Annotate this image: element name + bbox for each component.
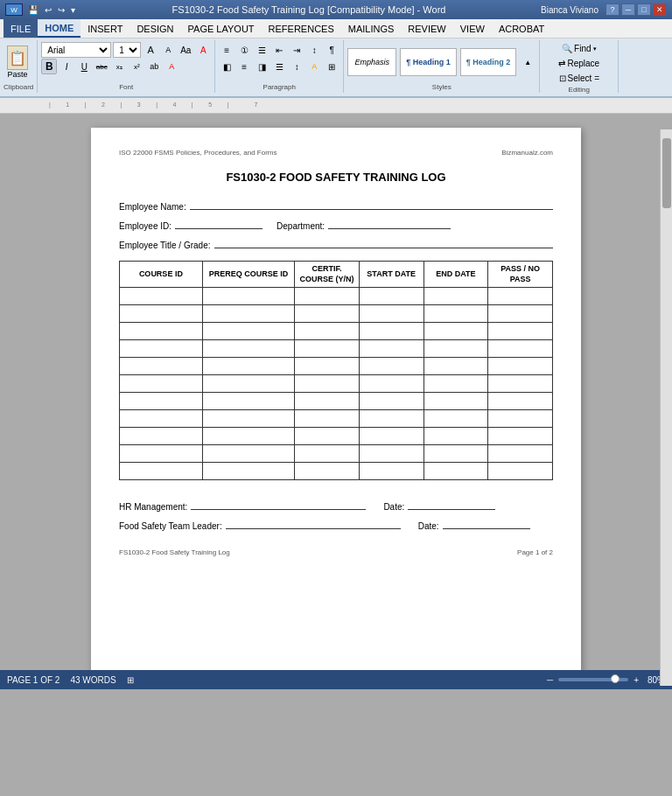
training-table: COURSE ID PREREQ COURSE ID CERTIF. COURS… (119, 261, 553, 480)
font-row1: Arial 12 A A Aa A (41, 42, 211, 58)
window-icon: W (5, 3, 23, 16)
subscript-button[interactable]: x₂ (111, 59, 127, 74)
table-cell (488, 410, 553, 428)
menu-view[interactable]: VIEW (453, 19, 492, 38)
hr-label: HR Management: (119, 502, 187, 512)
grow-font-button[interactable]: A (143, 42, 158, 58)
numbering-button[interactable]: ① (236, 42, 252, 58)
change-case-button[interactable]: Aa (178, 42, 193, 58)
align-center-button[interactable]: ≡ (236, 59, 252, 74)
underline-button[interactable]: U (76, 59, 92, 74)
table-cell (120, 410, 203, 428)
scrollbar-thumb[interactable] (662, 138, 671, 208)
table-row (120, 428, 553, 445)
zoom-minus[interactable]: ─ (547, 675, 553, 685)
minimize-button[interactable]: ─ (621, 3, 635, 16)
font-name-select[interactable]: Arial (41, 42, 111, 58)
clear-format-button[interactable]: A (195, 42, 211, 58)
help-button[interactable]: ? (606, 3, 620, 16)
multilevel-button[interactable]: ☰ (254, 42, 270, 58)
table-cell (202, 340, 294, 358)
table-cell (202, 463, 294, 480)
zoom-slider[interactable] (558, 678, 628, 681)
align-right-button[interactable]: ◨ (254, 59, 270, 74)
menu-review[interactable]: REVIEW (401, 19, 452, 38)
menu-acrobat[interactable]: ACROBAT (492, 19, 551, 38)
styles-scroll-up[interactable]: ▲ (520, 54, 536, 70)
table-cell (120, 463, 203, 480)
font-color-button[interactable]: A (164, 59, 179, 74)
department-line (328, 217, 451, 229)
bullets-button[interactable]: ≡ (219, 42, 234, 58)
replace-button[interactable]: ⇄ Replace (555, 57, 603, 70)
select-button[interactable]: ⊡ Select = (556, 72, 603, 85)
employee-name-label: Employee Name: (119, 202, 186, 212)
zoom-thumb[interactable] (611, 674, 620, 683)
find-label: Find (574, 44, 591, 53)
table-cell (202, 428, 294, 445)
save-button[interactable]: 💾 (26, 5, 40, 15)
replace-label: Replace (567, 59, 599, 68)
menu-references[interactable]: REFERENCES (262, 19, 341, 38)
line-spacing-button[interactable]: ↕ (289, 59, 304, 74)
editing-label: Editing (543, 85, 614, 94)
menu-design[interactable]: DESIGN (130, 19, 180, 38)
table-cell (359, 305, 424, 323)
align-left-button[interactable]: ◧ (219, 59, 234, 74)
style-emphasis[interactable]: Emphasis (347, 48, 396, 76)
word-count: 43 WORDS (70, 675, 116, 685)
find-button[interactable]: 🔍 Find ▾ (558, 42, 599, 55)
show-para-button[interactable]: ¶ (324, 42, 340, 58)
table-cell (202, 410, 294, 428)
menu-insert[interactable]: INSERT (80, 19, 130, 38)
hr-signature-line: HR Management: Date: (119, 498, 553, 512)
employee-id-row: Employee ID: Department: (119, 217, 553, 231)
close-button[interactable]: ✕ (653, 3, 667, 16)
table-row (120, 358, 553, 375)
table-cell (359, 410, 424, 428)
employee-title-field: Employee Title / Grade: (119, 236, 553, 250)
scrollbar[interactable] (660, 129, 672, 670)
table-row (120, 445, 553, 463)
strikethrough-button[interactable]: abc (94, 59, 109, 74)
bold-button[interactable]: B (41, 59, 57, 74)
paragraph-label: Paragraph (219, 82, 340, 91)
decrease-indent-button[interactable]: ⇤ (271, 42, 287, 58)
maximize-button[interactable]: □ (637, 3, 651, 16)
qat-more-button[interactable]: ▾ (69, 5, 77, 15)
menu-file[interactable]: FILE (4, 19, 38, 38)
undo-button[interactable]: ↩ (43, 5, 53, 15)
col-header-end: END DATE (424, 262, 488, 288)
font-size-select[interactable]: 12 (113, 42, 141, 58)
table-cell (488, 288, 553, 305)
footer-right: Page 1 of 2 (517, 548, 553, 556)
style-heading2[interactable]: ¶ Heading 2 (460, 48, 517, 76)
menu-page-layout[interactable]: PAGE LAYOUT (181, 19, 262, 38)
shading-button[interactable]: A (306, 59, 322, 74)
table-cell (359, 358, 424, 375)
menu-mailings[interactable]: MAILINGS (341, 19, 402, 38)
table-row (120, 323, 553, 340)
menu-home[interactable]: HOME (38, 19, 80, 38)
borders-button[interactable]: ⊞ (324, 59, 340, 74)
table-row (120, 375, 553, 393)
col-header-certif: CERTIF. COURSE (Y/N) (295, 262, 360, 288)
italic-button[interactable]: I (59, 59, 74, 74)
paste-button[interactable]: 📋 Paste (4, 44, 32, 80)
table-cell (488, 463, 553, 480)
zoom-plus[interactable]: + (634, 675, 639, 685)
sort-button[interactable]: ↕ (306, 42, 322, 58)
superscript-button[interactable]: x² (129, 59, 144, 74)
shrink-font-button[interactable]: A (160, 42, 176, 58)
highlight-button[interactable]: ab (146, 59, 162, 74)
table-cell (202, 375, 294, 393)
layout-icon[interactable]: ⊞ (127, 675, 134, 685)
table-row (120, 410, 553, 428)
paste-icon: 📋 (7, 45, 28, 70)
justify-button[interactable]: ☰ (271, 59, 287, 74)
status-left: PAGE 1 OF 2 43 WORDS ⊞ (7, 675, 134, 685)
increase-indent-button[interactable]: ⇥ (289, 42, 304, 58)
style-heading1[interactable]: ¶ Heading 1 (400, 48, 457, 76)
hr-date-label: Date: (383, 502, 404, 512)
redo-button[interactable]: ↪ (56, 5, 66, 15)
